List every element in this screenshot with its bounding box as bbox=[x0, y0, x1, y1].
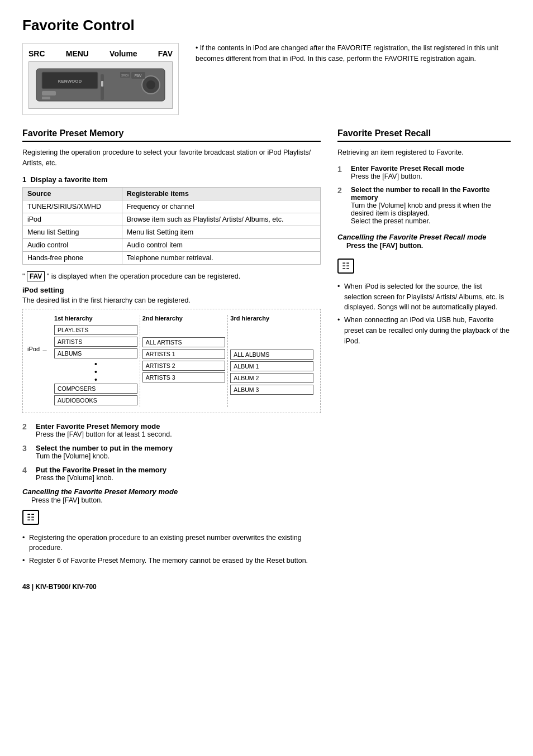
steps-list: 2 Enter Favorite Preset Memory mode Pres… bbox=[22, 422, 321, 482]
step2: 2 Enter Favorite Preset Memory mode Pres… bbox=[22, 422, 321, 438]
hierarchy-item: ARTISTS 1 bbox=[142, 349, 226, 359]
col1-title: 1st hierarchy bbox=[54, 315, 137, 322]
step3-num: 3 bbox=[22, 444, 31, 460]
step1-title: Display a favorite item bbox=[30, 175, 107, 184]
step4-title: Put the Favorite Preset in the memory bbox=[36, 466, 166, 474]
fpm-notes: Registering the operation procedure to a… bbox=[22, 533, 321, 566]
svg-rect-5 bbox=[42, 91, 56, 95]
step2-title: Enter Favorite Preset Memory mode bbox=[36, 422, 172, 430]
step3: 3 Select the number to put in the memory… bbox=[22, 444, 321, 460]
menu-label: MENU bbox=[66, 49, 89, 58]
fpr-note-icon: ☷ bbox=[337, 259, 354, 274]
fpm-note-1: Registering the operation procedure to a… bbox=[22, 533, 321, 554]
svg-text:FAV: FAV bbox=[135, 74, 142, 78]
table-row: Menu list Setting Menu list Setting item bbox=[23, 226, 321, 238]
svg-text:SRCH: SRCH bbox=[121, 74, 130, 77]
step2-num: 2 bbox=[22, 422, 31, 438]
device-diagram: SRC MENU Volume FAV KENWOOD bbox=[22, 43, 179, 115]
table-row: iPod Browse item such as Playlists/ Arti… bbox=[23, 213, 321, 226]
fpm-cancel: Cancelling the Favorite Preset Memory mo… bbox=[22, 487, 321, 504]
step3-title: Select the number to put in the memory bbox=[36, 444, 173, 452]
step3-content: Select the number to put in the memory T… bbox=[36, 444, 173, 460]
table-cell: iPod bbox=[23, 213, 122, 226]
fpr-intro: Retrieving an item registered to Favorit… bbox=[337, 147, 511, 158]
device-labels: SRC MENU Volume FAV bbox=[28, 49, 173, 58]
step1-header: 1 Display a favorite item bbox=[22, 175, 321, 184]
volume-label: Volume bbox=[110, 49, 137, 58]
step4: 4 Put the Favorite Preset in the memory … bbox=[22, 466, 321, 482]
fpr-step1-desc: Press the [FAV] button. bbox=[351, 173, 422, 180]
hierarchy-item: ARTISTS 2 bbox=[142, 361, 226, 371]
table-body: TUNER/SIRIUS/XM/HD Frequency or channel … bbox=[23, 200, 321, 264]
fpr-step2: 2 Select the number to recall in the Fav… bbox=[337, 186, 511, 225]
table-col1-header: Source bbox=[23, 187, 122, 200]
hierarchy-item: COMPOSERS bbox=[54, 384, 137, 394]
fpm-cancel-title: Cancelling the Favorite Preset Memory mo… bbox=[22, 487, 178, 496]
table-cell: Audio control bbox=[23, 238, 122, 251]
fpr-note-1: When iPod is selected for the source, th… bbox=[337, 281, 511, 313]
note-icon-block: ☷ bbox=[22, 510, 321, 528]
fpr-section-title: Favorite Preset Recall bbox=[337, 128, 511, 142]
note-icon: ☷ bbox=[22, 510, 39, 525]
fpr-note-2: When connecting an iPod via USB hub, Fav… bbox=[337, 315, 511, 346]
fpr-cancel-title: Cancelling the Favorite Preset Recall mo… bbox=[337, 233, 487, 241]
fpr-step1-content: Enter Favorite Preset Recall mode Press … bbox=[351, 165, 464, 180]
hierarchy-item: ALBUMS bbox=[54, 348, 137, 358]
step4-content: Put the Favorite Preset in the memory Pr… bbox=[36, 466, 166, 482]
table-cell: Menu list Setting item bbox=[122, 226, 320, 238]
table-cell: Hands-free phone bbox=[23, 251, 122, 264]
col3-title: 3rd hierarchy bbox=[230, 315, 313, 322]
fpr-cancel-desc: Press the [FAV] button. bbox=[346, 242, 423, 250]
fpr-step2-content: Select the number to recall in the Favor… bbox=[351, 186, 511, 225]
step4-desc: Press the [Volume] knob. bbox=[36, 474, 113, 482]
table-cell: Telephone number retrieval. bbox=[122, 251, 320, 264]
fav-label: FAV bbox=[158, 49, 173, 58]
col2-title: 2nd hierarchy bbox=[142, 315, 226, 322]
fpm-intro: Registering the operation procedure to s… bbox=[22, 147, 321, 169]
fpr-step1-num: 1 bbox=[337, 165, 346, 180]
table-row: Audio control Audio control item bbox=[23, 238, 321, 251]
top-section: SRC MENU Volume FAV KENWOOD bbox=[22, 43, 511, 115]
left-column: Favorite Preset Memory Registering the o… bbox=[22, 128, 321, 591]
step4-num: 4 bbox=[22, 466, 31, 482]
fpr-step2-desc: Turn the [Volume] knob and press it when… bbox=[351, 202, 491, 225]
svg-text:KENWOOD: KENWOOD bbox=[58, 79, 82, 84]
table-col2-header: Registerable items bbox=[122, 187, 320, 200]
hierarchy-item: ARTISTS 3 bbox=[142, 372, 226, 382]
fpr-steps: 1 Enter Favorite Preset Recall mode Pres… bbox=[337, 165, 511, 225]
ipod-label: iPod bbox=[27, 346, 40, 352]
ipod-setting-desc: The desired list in the first hierarchy … bbox=[22, 296, 321, 304]
fpr-notes: When iPod is selected for the source, th… bbox=[337, 281, 511, 347]
top-note: • If the contents in iPod are changed af… bbox=[196, 43, 511, 115]
src-label: SRC bbox=[28, 49, 45, 58]
fav-note: " FAV " is displayed when the operation … bbox=[22, 271, 321, 281]
svg-rect-7 bbox=[101, 74, 104, 100]
fav-badge: FAV bbox=[27, 271, 45, 281]
step1-num: 1 bbox=[22, 175, 26, 184]
hierarchy-item: ALL ALBUMS bbox=[230, 350, 313, 360]
top-note-text: If the contents in iPod are changed afte… bbox=[196, 44, 498, 63]
hierarchy-item: ALBUM 1 bbox=[230, 361, 313, 371]
main-content: Favorite Preset Memory Registering the o… bbox=[22, 128, 511, 591]
hierarchy-dot: • bbox=[54, 360, 137, 368]
fpm-cancel-desc: Press the [FAV] button. bbox=[31, 496, 103, 504]
table-cell: Audio control item bbox=[122, 238, 320, 251]
table-row: TUNER/SIRIUS/XM/HD Frequency or channel bbox=[23, 200, 321, 213]
fpm-note-2: Register 6 of Favorite Preset Memory. Th… bbox=[22, 556, 321, 566]
hierarchy-item: AUDIOBOOKS bbox=[54, 395, 137, 405]
fpr-step1-title: Enter Favorite Preset Recall mode bbox=[351, 165, 464, 173]
fpr-step1: 1 Enter Favorite Preset Recall mode Pres… bbox=[337, 165, 511, 180]
svg-rect-6 bbox=[42, 97, 50, 99]
right-column: Favorite Preset Recall Retrieving an ite… bbox=[337, 128, 511, 591]
source-table: Source Registerable items TUNER/SIRIUS/X… bbox=[22, 187, 321, 265]
table-cell: TUNER/SIRIUS/XM/HD bbox=[23, 200, 122, 213]
step2-content: Enter Favorite Preset Memory mode Press … bbox=[36, 422, 172, 438]
svg-point-4 bbox=[146, 80, 155, 89]
svg-rect-8 bbox=[101, 81, 103, 87]
step2-desc: Press the [FAV] button for at least 1 se… bbox=[36, 430, 172, 438]
device-svg: KENWOOD FAV SRCH bbox=[34, 64, 168, 106]
hierarchy-item: PLAYLISTS bbox=[54, 325, 137, 335]
hierarchy-item: ARTISTS bbox=[54, 337, 137, 347]
hierarchy-item: ALBUM 2 bbox=[230, 373, 313, 383]
table-cell: Frequency or channel bbox=[122, 200, 320, 213]
